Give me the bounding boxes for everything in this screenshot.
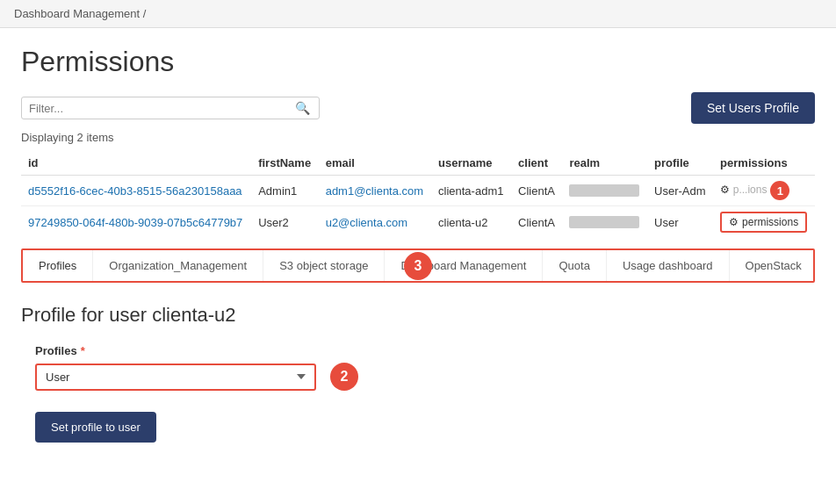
search-icon: 🔍 [295,101,310,115]
col-realm: realm [562,151,647,176]
realm-blurred [569,184,639,197]
permissions-label: permissions [742,216,798,228]
required-star: * [81,344,85,357]
table-row: d5552f16-6cec-40b3-8515-56a230158aaaAdmi… [21,176,815,206]
set-users-profile-button[interactable]: Set Users Profile [691,92,815,124]
page-title: Permissions [21,46,815,78]
tab-item[interactable]: OpenStack [730,250,818,281]
row-firstName: User2 [251,206,319,239]
profile-select[interactable]: UserAdminUser-Adm [35,364,316,391]
row-email-link[interactable]: u2@clienta.com [326,216,407,229]
badge-3: 3 [404,252,432,280]
badge-1: 1 [770,181,789,200]
tab-item[interactable]: S3 object storage [263,250,385,281]
row-realm [562,176,647,206]
table-row: 97249850-064f-480b-9039-07b5c64779b7User… [21,206,815,239]
row-client: ClientA [511,206,562,239]
displaying-info: Displaying 2 items [21,131,815,144]
profile-select-wrapper: UserAdminUser-Adm 2 [35,363,815,391]
search-button[interactable]: 🔍 [293,101,312,115]
form-group-profiles: Profiles * UserAdminUser-Adm 2 [21,344,815,391]
row-client: ClientA [511,176,562,206]
col-firstname: firstName [251,151,319,176]
toolbar: 🔍 Set Users Profile [21,92,815,124]
col-username: username [431,151,511,176]
profiles-label: Profiles * [35,344,815,357]
filter-wrapper: 🔍 [21,97,320,119]
col-permissions: permissions [713,151,815,176]
badge-2: 2 [330,363,358,391]
row-permissions: ⚙ p...ions1 [713,176,815,206]
tab-item[interactable]: Quota [543,250,606,281]
row-permissions: ⚙ permissions [713,206,815,239]
row-profile: User-Adm [647,176,713,206]
data-table: id firstName email username client realm… [21,151,815,238]
profile-section-title: Profile for user clienta-u2 [21,304,815,327]
tab-item[interactable]: Profiles [23,250,93,281]
col-profile: profile [647,151,713,176]
breadcrumb: Dashboard Management / [0,0,836,28]
breadcrumb-text: Dashboard Management / [14,7,146,20]
filter-input[interactable] [29,102,293,115]
row-id-link[interactable]: d5552f16-6cec-40b3-8515-56a230158aaa [28,184,242,198]
tab-item[interactable]: Organization_Management [93,250,263,281]
set-profile-button[interactable]: Set profile to user [35,412,156,443]
row-email: adm1@clienta.com [319,176,431,206]
permissions-label-grayed: p...ions [733,184,768,196]
row-id-link[interactable]: 97249850-064f-480b-9039-07b5c64779b7 [28,216,242,229]
col-email: email [319,151,431,176]
table-header-row: id firstName email username client realm… [21,151,815,176]
row-realm [562,206,647,239]
col-id: id [21,151,251,176]
row-profile: User [647,206,713,239]
row-username: clienta-adm1 [431,176,511,206]
permissions-icon: ⚙ [720,184,730,196]
filter-icon: ⚙ [729,216,739,228]
profile-section: Profile for user clienta-u2 Profiles * U… [21,304,815,443]
tab-item[interactable]: Usage dashboard [607,250,730,281]
col-client: client [511,151,562,176]
row-email-link[interactable]: adm1@clienta.com [326,184,423,198]
row-firstName: Admin1 [251,176,319,206]
main-content: Permissions 🔍 Set Users Profile Displayi… [0,28,836,460]
row-username: clienta-u2 [431,206,511,239]
row-email: u2@clienta.com [319,206,431,239]
permissions-button[interactable]: ⚙ permissions [720,212,807,233]
realm-blurred [569,216,639,228]
